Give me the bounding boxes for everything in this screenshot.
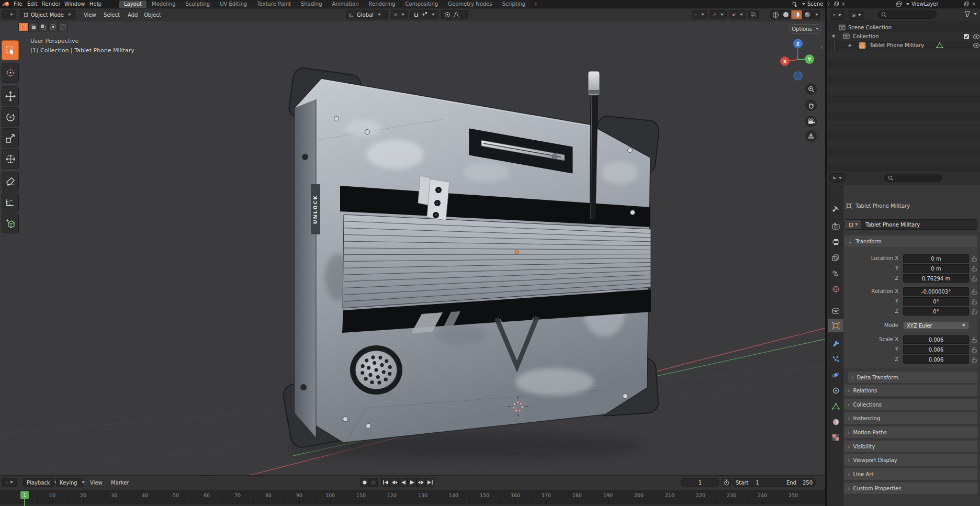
scale-y-field[interactable]: 0.006 [903, 345, 969, 354]
gizmo-axis-z-neg[interactable] [794, 72, 802, 80]
pivot-point-selector[interactable] [391, 10, 408, 19]
remove-view-layer-icon[interactable]: × [972, 1, 976, 7]
lock-icon[interactable] [972, 265, 977, 272]
new-view-layer-icon[interactable] [964, 1, 970, 7]
location-y-field[interactable]: 0 m [903, 264, 969, 273]
view-layer-icon[interactable] [896, 1, 902, 7]
use-preview-range-button[interactable] [722, 478, 731, 487]
timeline-marker-menu[interactable]: Marker [111, 476, 129, 490]
outliner-row-tablet-phone-military[interactable]: ▶ Tablet Phone Military [827, 41, 980, 50]
view-layer-dropdown-arrow[interactable] [906, 3, 909, 5]
tab-render[interactable] [828, 219, 843, 233]
select-mode-invert[interactable] [48, 23, 58, 31]
viewport-3d[interactable]: UNLOCK [0, 21, 825, 475]
lock-icon[interactable] [972, 346, 977, 353]
tool-transform[interactable] [2, 149, 19, 169]
show-visibility-dropdown[interactable] [692, 10, 707, 19]
hide-eye-icon[interactable] [973, 34, 980, 39]
zoom-button[interactable] [805, 83, 817, 95]
panel-motion-paths[interactable]: ›Motion Paths [844, 426, 977, 438]
camera-view-button[interactable] [805, 116, 817, 127]
outliner-editor-type-button[interactable] [830, 10, 844, 20]
proportional-editing-controls[interactable] [441, 10, 468, 19]
menu-help[interactable]: Help [87, 0, 104, 8]
jump-to-start-button[interactable] [381, 478, 390, 487]
panel-collections[interactable]: ›Collections [844, 399, 977, 410]
panel-line-art[interactable]: ›Line Art [844, 468, 977, 480]
auto-keying-button[interactable] [360, 478, 369, 487]
tab-compositing[interactable]: Compositing [401, 1, 443, 8]
rotation-z-field[interactable]: 0° [903, 307, 969, 316]
timeline-track-strip[interactable] [0, 504, 825, 506]
tool-annotate[interactable] [2, 172, 19, 192]
play-reverse-button[interactable] [399, 478, 408, 487]
transform-orientation-selector[interactable]: Global [346, 10, 388, 19]
tool-move[interactable] [2, 86, 19, 106]
lock-icon[interactable] [972, 336, 977, 343]
panel-relations[interactable]: ›Relations [844, 385, 977, 396]
blender-logo-icon[interactable] [2, 1, 10, 7]
select-mode-extend[interactable] [28, 23, 38, 31]
outliner-row-collection[interactable]: ▼ Collection [827, 32, 980, 41]
scale-x-field[interactable]: 0.006 [903, 335, 969, 344]
scale-z-field[interactable]: 0.006 [903, 355, 969, 364]
lock-icon[interactable] [972, 356, 977, 363]
hide-eye-icon[interactable] [973, 43, 980, 48]
outliner-filter-button[interactable] [964, 11, 977, 17]
object-id-selector[interactable] [845, 220, 861, 229]
scene-icon[interactable] [792, 1, 798, 7]
menu-select[interactable]: Select [102, 8, 122, 21]
keying-menu[interactable]: Keying [56, 478, 83, 487]
timeline-editor-type-button[interactable] [2, 478, 17, 487]
properties-search-input[interactable] [884, 174, 942, 182]
tool-cursor[interactable] [2, 63, 19, 83]
menu-view[interactable]: View [82, 8, 98, 21]
tab-particles[interactable] [828, 352, 843, 366]
object-name-field[interactable]: Tablet Phone Military [844, 219, 977, 230]
shading-solid-button[interactable] [781, 10, 791, 19]
playback-menu[interactable]: Playback [23, 478, 54, 487]
tab-constraints[interactable] [828, 384, 843, 397]
add-workspace-button[interactable]: + [531, 1, 541, 8]
tab-uv-editing[interactable]: UV Editing [215, 1, 252, 8]
pan-hand-button[interactable] [805, 99, 817, 111]
outliner-search-input[interactable] [877, 10, 937, 19]
lock-icon[interactable] [972, 275, 977, 282]
shading-material-preview-button[interactable] [791, 10, 802, 19]
timeline-ruler[interactable]: 1020304050607080901001101201301401501601… [0, 490, 825, 504]
tab-collection-props[interactable] [828, 304, 843, 318]
current-frame-field[interactable]: 1 [681, 478, 719, 487]
panel-custom-properties[interactable]: ›Custom Properties [844, 482, 977, 494]
start-frame-field[interactable]: Start1 [736, 480, 759, 486]
object-origin-dot[interactable] [515, 251, 519, 254]
tool-measure[interactable] [2, 193, 19, 212]
sidebar-collapse-arrow[interactable]: ‹ [820, 44, 823, 51]
tab-physics[interactable] [828, 368, 843, 381]
select-mode-subtract[interactable] [38, 23, 48, 31]
rotation-x-field[interactable]: -0.000003° [903, 287, 969, 296]
jump-prev-keyframe-button[interactable] [390, 478, 399, 487]
tool-scale[interactable] [2, 128, 19, 148]
disclosure-triangle-open-icon[interactable]: ▼ [832, 34, 835, 39]
play-button[interactable] [408, 478, 416, 487]
panel-delta-transform[interactable]: ›Delta Transform [848, 372, 977, 383]
panel-visibility[interactable]: ›Visibility [844, 441, 977, 452]
current-frame-marker[interactable]: 1 [20, 491, 29, 499]
lock-icon[interactable] [972, 298, 977, 305]
tab-layout[interactable]: Layout [119, 1, 147, 8]
rotation-mode-dropdown[interactable]: XYZ Euler [903, 321, 969, 330]
tab-shading[interactable]: Shading [296, 1, 327, 8]
tab-material[interactable] [828, 415, 843, 429]
options-button[interactable]: Options [789, 24, 821, 33]
perspective-toggle-button[interactable] [805, 130, 817, 142]
delete-scene-icon[interactable]: × [841, 1, 846, 7]
xray-toggle[interactable] [748, 10, 759, 19]
tab-world[interactable] [828, 282, 843, 296]
menu-object[interactable]: Object [142, 8, 163, 21]
tool-add-cube[interactable] [2, 213, 19, 233]
end-frame-field[interactable]: End250 [786, 480, 813, 486]
snap-controls[interactable] [410, 10, 438, 19]
tab-scene[interactable] [828, 266, 843, 280]
rotation-y-field[interactable]: 0° [903, 297, 969, 306]
tool-select-box[interactable] [2, 40, 19, 60]
